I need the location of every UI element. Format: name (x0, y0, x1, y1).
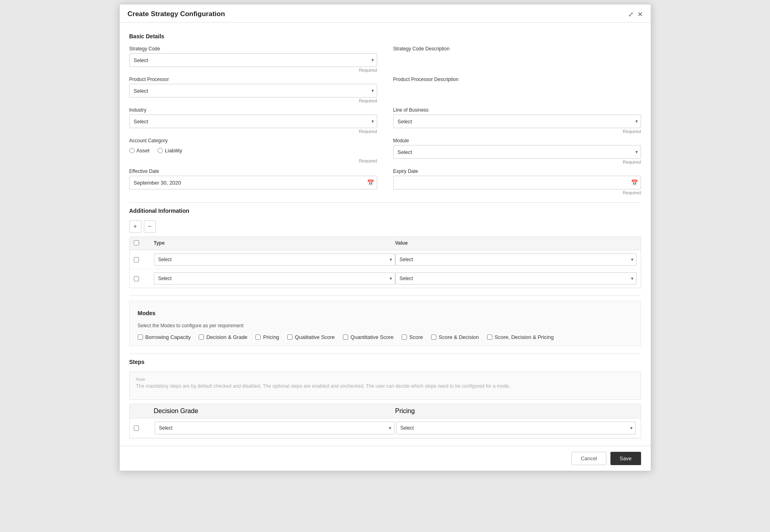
liability-radio-label[interactable]: Liability (158, 148, 182, 154)
account-category-group: Account Category Asset Liability Require… (129, 138, 377, 164)
steps-row1-decision-select-wrapper: Select ▾ (155, 422, 394, 434)
section-divider-2 (129, 295, 641, 296)
additional-information-title: Additional Information (129, 208, 641, 214)
steps-row1-checkbox[interactable] (134, 426, 139, 431)
mode-qualitative-score-checkbox[interactable] (287, 335, 293, 340)
form-row-strategy-code: Strategy Code Select ▾ Required Strategy… (129, 46, 641, 73)
basic-details-section: Basic Details Strategy Code Select ▾ Req… (129, 33, 641, 195)
row1-type-select-wrapper: Select ▾ (154, 254, 395, 266)
remove-row-button[interactable]: − (144, 220, 156, 233)
strategy-code-description-value (393, 53, 641, 67)
steps-row1-pricing-select[interactable]: Select (396, 422, 636, 434)
expiry-date-input[interactable] (393, 176, 641, 189)
effective-date-calendar-icon[interactable]: 📅 (367, 179, 374, 186)
table-header-checkbox[interactable] (134, 240, 139, 245)
mode-score[interactable]: Score (402, 334, 423, 340)
liability-radio[interactable] (158, 148, 163, 153)
form-row-account-category: Account Category Asset Liability Require… (129, 138, 641, 164)
steps-note-box: Note The mandatory steps are by default … (129, 372, 641, 400)
modal-header: Create Strategy Configuration ⤢ ✕ (120, 4, 651, 23)
mode-qualitative-score[interactable]: Qualitative Score (287, 334, 335, 340)
expiry-date-calendar-icon[interactable]: 📅 (631, 179, 638, 186)
table-row: Select ▾ Select ▾ (130, 269, 641, 288)
table-header: Type Value (130, 237, 641, 250)
mode-borrowing-capacity-checkbox[interactable] (138, 335, 143, 340)
asset-radio-text: Asset (137, 148, 150, 154)
asset-radio[interactable] (129, 148, 135, 153)
effective-date-input[interactable] (129, 176, 377, 189)
product-processor-select[interactable]: Select (129, 84, 377, 98)
expand-icon[interactable]: ⤢ (628, 10, 633, 18)
section-divider-3 (129, 353, 641, 354)
mode-score-decision-pricing[interactable]: Score, Decision & Pricing (487, 334, 554, 340)
form-row-dates: Effective Date 📅 Expiry Date 📅 Required (129, 168, 641, 195)
mode-decision-grade-checkbox[interactable] (199, 335, 204, 340)
industry-label: Industry (129, 107, 377, 113)
industry-select[interactable]: Select (129, 114, 377, 128)
modal-footer: Cancel Save (120, 446, 651, 471)
mode-score-checkbox[interactable] (402, 335, 407, 340)
table-col-checkbox (134, 240, 154, 247)
mode-quantitative-score[interactable]: Quantitative Score (343, 334, 394, 340)
strategy-code-description-group: Strategy Code Description (393, 46, 641, 73)
line-of-business-select[interactable]: Select (393, 114, 641, 128)
row1-value-select[interactable]: Select (395, 254, 637, 266)
industry-required: Required (129, 129, 377, 134)
mode-qualitative-score-label: Qualitative Score (295, 334, 335, 340)
steps-row1-pricing-select-wrapper: Select ▾ (396, 422, 636, 434)
strategy-code-description-label: Strategy Code Description (393, 46, 641, 52)
row2-value-select[interactable]: Select (395, 272, 637, 285)
steps-title: Steps (129, 359, 641, 365)
save-button[interactable]: Save (610, 452, 641, 465)
strategy-code-label: Strategy Code (129, 46, 377, 52)
line-of-business-select-wrapper: Select ▾ (393, 114, 641, 128)
table-col-value: Value (395, 240, 637, 247)
product-processor-description-value (393, 84, 641, 98)
additional-information-section: Additional Information + − Type Value (129, 208, 641, 288)
product-processor-select-wrapper: Select ▾ (129, 84, 377, 98)
product-processor-group: Product Processor Select ▾ Required (129, 77, 377, 103)
mode-pricing-checkbox[interactable] (255, 335, 261, 340)
account-category-radio-group: Asset Liability (129, 145, 377, 158)
product-processor-description-group: Product Processor Description (393, 77, 641, 103)
module-select[interactable]: Select (393, 145, 641, 159)
mode-pricing-label: Pricing (263, 334, 279, 340)
modes-checkboxes: Borrowing Capacity Decision & Grade Pric… (138, 334, 633, 340)
steps-col-checkbox (134, 407, 154, 415)
steps-row1-decision-select[interactable]: Select (155, 422, 394, 434)
row2-checkbox[interactable] (134, 276, 139, 281)
add-row-button[interactable]: + (129, 220, 141, 233)
product-processor-label: Product Processor (129, 77, 377, 82)
effective-date-label: Effective Date (129, 168, 377, 174)
module-required: Required (393, 160, 641, 164)
mode-score-decision[interactable]: Score & Decision (431, 334, 479, 340)
strategy-code-select-wrapper: Select ▾ (129, 53, 377, 67)
strategy-code-required: Required (129, 68, 377, 73)
row2-type-select[interactable]: Select (154, 272, 395, 285)
close-icon[interactable]: ✕ (637, 10, 643, 18)
mode-score-decision-pricing-checkbox[interactable] (487, 335, 492, 340)
mode-pricing[interactable]: Pricing (255, 334, 279, 340)
line-of-business-required: Required (393, 129, 641, 134)
mode-score-decision-checkbox[interactable] (431, 335, 436, 340)
steps-row1-checkbox-cell (134, 426, 154, 431)
form-row-product-processor: Product Processor Select ▾ Required Prod… (129, 77, 641, 103)
strategy-code-select[interactable]: Select (129, 53, 377, 67)
row1-value-select-wrapper: Select ▾ (395, 254, 637, 266)
line-of-business-label: Line of Business (393, 107, 641, 113)
mode-quantitative-score-checkbox[interactable] (343, 335, 348, 340)
section-divider-1 (129, 202, 641, 203)
row1-checkbox-cell (134, 257, 154, 262)
expiry-date-label: Expiry Date (393, 168, 641, 174)
mode-borrowing-capacity-label: Borrowing Capacity (145, 334, 191, 340)
form-row-industry: Industry Select ▾ Required Line of Busin… (129, 107, 641, 134)
asset-radio-label[interactable]: Asset (129, 148, 150, 154)
module-select-wrapper: Select ▾ (393, 145, 641, 159)
cancel-button[interactable]: Cancel (571, 452, 606, 465)
mode-decision-grade[interactable]: Decision & Grade (199, 334, 247, 340)
modes-title: Modes (138, 310, 633, 316)
mode-borrowing-capacity[interactable]: Borrowing Capacity (138, 334, 191, 340)
row1-type-select[interactable]: Select (154, 254, 395, 266)
row1-checkbox[interactable] (134, 257, 139, 262)
industry-select-wrapper: Select ▾ (129, 114, 377, 128)
